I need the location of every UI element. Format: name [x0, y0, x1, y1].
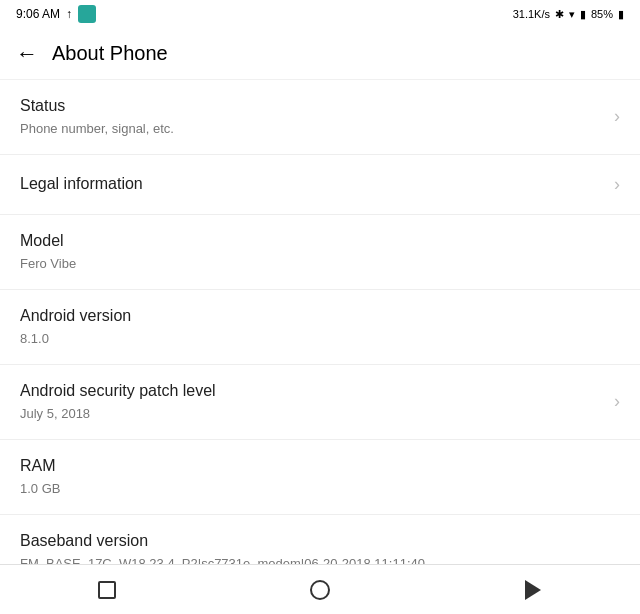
- status-bar-left: 9:06 AM ↑: [16, 5, 96, 23]
- status-bar-right: 31.1K/s ✱ ▾ ▮ 85% ▮: [513, 8, 624, 21]
- list-item-title-legal: Legal information: [20, 174, 606, 195]
- list-item-subtitle-baseband: FM_BASE_17C_W18.23.4_P2|sc7731e_modem|06…: [20, 555, 620, 564]
- list-item-title-security-patch: Android security patch level: [20, 381, 606, 402]
- list-item-title-ram: RAM: [20, 456, 620, 477]
- list-item-text-model: ModelFero Vibe: [20, 231, 620, 273]
- battery-percent: 85%: [591, 8, 613, 20]
- list-item-text-security-patch: Android security patch levelJuly 5, 2018: [20, 381, 606, 423]
- nav-bar: [0, 564, 640, 614]
- network-speed: 31.1K/s: [513, 8, 550, 20]
- list-item-subtitle-security-patch: July 5, 2018: [20, 405, 606, 423]
- back-nav-icon: [525, 580, 541, 600]
- teal-status-icon: [78, 5, 96, 23]
- wifi-icon: ▾: [569, 8, 575, 21]
- list-item-title-model: Model: [20, 231, 620, 252]
- list-item-security-patch[interactable]: Android security patch levelJuly 5, 2018…: [0, 365, 640, 440]
- list-item-text-android-version: Android version8.1.0: [20, 306, 620, 348]
- list-item-legal[interactable]: Legal information›: [0, 155, 640, 215]
- back-nav-button[interactable]: [503, 572, 563, 608]
- home-icon: [310, 580, 330, 600]
- list-item-title-android-version: Android version: [20, 306, 620, 327]
- page-title: About Phone: [52, 42, 168, 65]
- recent-apps-button[interactable]: [77, 572, 137, 608]
- list-item-model: ModelFero Vibe: [0, 215, 640, 290]
- list-item-status[interactable]: StatusPhone number, signal, etc.›: [0, 80, 640, 155]
- list-item-android-version: Android version8.1.0: [0, 290, 640, 365]
- list-item-subtitle-model: Fero Vibe: [20, 255, 620, 273]
- chevron-icon-security-patch: ›: [614, 391, 620, 412]
- time-text: 9:06 AM: [16, 7, 60, 21]
- list-item-title-status: Status: [20, 96, 606, 117]
- back-button[interactable]: ←: [16, 41, 38, 67]
- upload-icon: ↑: [66, 7, 72, 21]
- home-button[interactable]: [290, 572, 350, 608]
- list-item-text-ram: RAM1.0 GB: [20, 456, 620, 498]
- bluetooth-icon: ✱: [555, 8, 564, 21]
- battery-icon: ▮: [618, 8, 624, 21]
- list-item-title-baseband: Baseband version: [20, 531, 620, 552]
- recent-apps-icon: [98, 581, 116, 599]
- list-item-subtitle-ram: 1.0 GB: [20, 480, 620, 498]
- app-bar: ← About Phone: [0, 28, 640, 80]
- chevron-icon-status: ›: [614, 106, 620, 127]
- list-item-baseband: Baseband versionFM_BASE_17C_W18.23.4_P2|…: [0, 515, 640, 564]
- signal-icon: ▮: [580, 8, 586, 21]
- list-item-subtitle-status: Phone number, signal, etc.: [20, 120, 606, 138]
- list-item-ram: RAM1.0 GB: [0, 440, 640, 515]
- list-item-text-legal: Legal information: [20, 174, 606, 195]
- list-item-subtitle-android-version: 8.1.0: [20, 330, 620, 348]
- content-area: StatusPhone number, signal, etc.›Legal i…: [0, 80, 640, 564]
- chevron-icon-legal: ›: [614, 174, 620, 195]
- list-item-text-status: StatusPhone number, signal, etc.: [20, 96, 606, 138]
- status-bar: 9:06 AM ↑ 31.1K/s ✱ ▾ ▮ 85% ▮: [0, 0, 640, 28]
- list-item-text-baseband: Baseband versionFM_BASE_17C_W18.23.4_P2|…: [20, 531, 620, 564]
